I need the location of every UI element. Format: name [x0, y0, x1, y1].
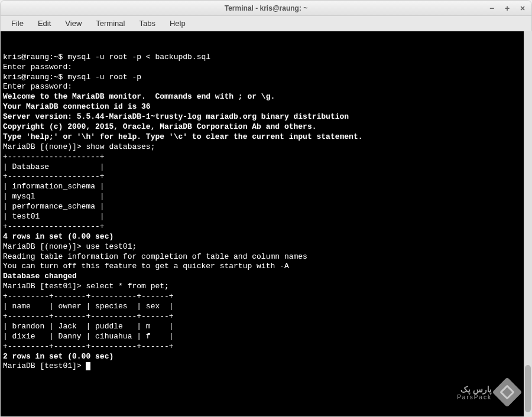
titlebar[interactable]: Terminal - kris@raung: ~ − + × [1, 1, 531, 16]
terminal-line: Type 'help;' or '\h' for help. Type '\c'… [3, 132, 529, 142]
terminal-content: kris@raung:~$ mysql -u root -p < backupd… [3, 53, 529, 372]
terminal-line: +---------+-------+----------+------+ [3, 292, 529, 302]
cursor [86, 362, 90, 370]
terminal-line: MariaDB [(none)]> show databases; [3, 142, 529, 152]
menu-terminal[interactable]: Terminal [90, 17, 131, 30]
terminal-line: MariaDB [(none)]> use test01; [3, 242, 529, 252]
terminal-line: Welcome to the MariaDB monitor. Commands… [3, 92, 529, 102]
window-controls: − + × [488, 4, 527, 12]
terminal-line: +--------------------+ [3, 172, 529, 182]
terminal-line: 2 rows in set (0.00 sec) [3, 352, 529, 362]
terminal-line: +--------------------+ [3, 222, 529, 232]
terminal-line: You can turn off this feature to get a q… [3, 262, 529, 272]
terminal-line: | mysql | [3, 192, 529, 202]
watermark-english: ParsPack [457, 394, 492, 400]
terminal-line: Database changed [3, 272, 529, 282]
minimize-button[interactable]: − [488, 4, 496, 12]
window-title: Terminal - kris@raung: ~ [225, 4, 308, 12]
watermark-arabic: پارس پک [460, 385, 492, 394]
terminal-line: Server version: 5.5.44-MariaDB-1~trusty-… [3, 112, 529, 122]
watermark-text: پارس پک ParsPack [457, 385, 492, 400]
menu-help[interactable]: Help [164, 17, 192, 30]
terminal-line: | information_schema | [3, 182, 529, 192]
terminal-line: +---------+-------+----------+------+ [3, 312, 529, 322]
terminal-line: Enter password: [3, 82, 529, 92]
terminal-line: kris@raung:~$ mysql -u root -p < backupd… [3, 53, 529, 63]
terminal-line: 4 rows in set (0.00 sec) [3, 232, 529, 242]
terminal-line: | brandon | Jack | puddle | m | [3, 322, 529, 332]
watermark: پارس پک ParsPack [457, 382, 518, 403]
terminal-line: | performance_schema | [3, 202, 529, 212]
watermark-icon [492, 377, 523, 408]
terminal-line: kris@raung:~$ mysql -u root -p [3, 73, 529, 83]
terminal-line: | test01 | [3, 212, 529, 222]
maximize-button[interactable]: + [503, 4, 511, 12]
terminal-prompt-line: MariaDB [test01]> [3, 361, 529, 372]
close-button[interactable]: × [518, 4, 527, 12]
menu-file[interactable]: File [5, 17, 30, 30]
menubar: File Edit View Terminal Tabs Help [1, 16, 531, 31]
scrollbar[interactable] [524, 31, 532, 417]
terminal-line: Copyright (c) 2000, 2015, Oracle, MariaD… [3, 122, 529, 132]
menu-tabs[interactable]: Tabs [133, 17, 161, 30]
terminal-window: Terminal - kris@raung: ~ − + × File Edit… [0, 0, 532, 417]
menu-edit[interactable]: Edit [32, 17, 57, 30]
terminal-line: MariaDB [test01]> select * from pet; [3, 282, 529, 292]
terminal-line: | dixie | Danny | cihuahua | f | [3, 332, 529, 342]
terminal-line: Enter password: [3, 63, 529, 73]
terminal-line: +---------+-------+----------+------+ [3, 342, 529, 352]
scrollbar-thumb[interactable] [525, 365, 531, 412]
terminal-line: +--------------------+ [3, 152, 529, 162]
terminal-line: | Database | [3, 162, 529, 172]
menu-view[interactable]: View [59, 17, 87, 30]
terminal-line: Your MariaDB connection id is 36 [3, 102, 529, 112]
terminal-line: | name | owner | species | sex | [3, 302, 529, 312]
terminal-line: Reading table information for completion… [3, 252, 529, 262]
terminal-prompt: MariaDB [test01]> [3, 361, 86, 370]
terminal-output[interactable]: kris@raung:~$ mysql -u root -p < backupd… [1, 31, 531, 416]
